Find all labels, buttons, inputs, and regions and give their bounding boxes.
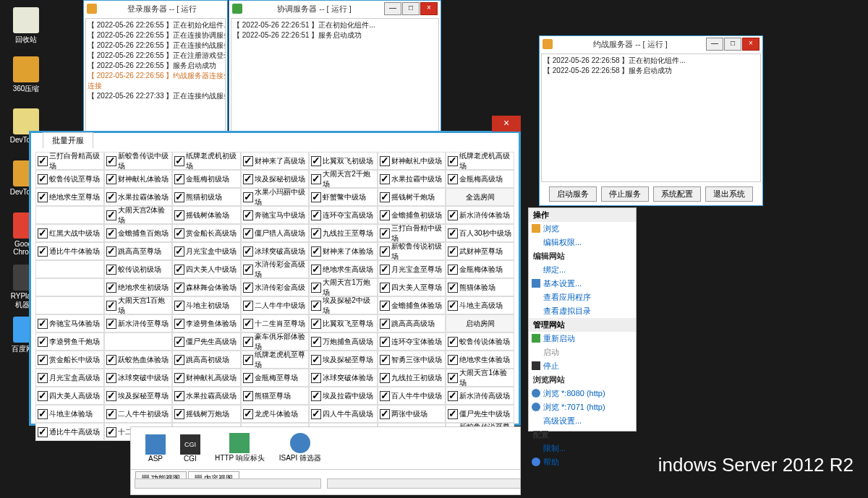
browse-7071-link[interactable]: 浏览 *:7071 (http) <box>529 400 636 414</box>
asp-feature[interactable]: ASP <box>145 434 166 463</box>
restart-link[interactable]: 重新启动 <box>529 332 636 345</box>
room-checkbox[interactable]: 水果小玛丽中级场 <box>241 188 310 206</box>
start-rooms-button[interactable]: 启动房间 <box>446 314 514 332</box>
room-checkbox[interactable]: 大闹天宫2千炮场 <box>309 170 378 188</box>
close-button[interactable]: × <box>742 38 760 51</box>
room-checkbox[interactable]: 埃及探秘初级场 <box>241 170 310 188</box>
room-checkbox[interactable]: 大闹天宫1万炮场 <box>309 278 378 296</box>
iis-actions-panel[interactable]: 操作 浏览 编辑权限... 编辑网站 绑定... 基本设置... 查看应用程序 … <box>528 207 637 432</box>
room-checkbox[interactable]: 绝地求生初级场 <box>104 278 173 296</box>
adv-settings-link[interactable]: 高级设置... <box>529 414 636 428</box>
room-checkbox[interactable]: 熊猫至尊场 <box>241 387 310 405</box>
room-checkbox[interactable]: 摇钱树千炮场 <box>378 188 446 206</box>
minimize-button[interactable]: — <box>706 38 723 51</box>
room-checkbox[interactable]: 月光宝盒高级场 <box>35 369 104 387</box>
room-checkbox[interactable]: 水浒传彩金高级场 <box>241 260 310 278</box>
room-checkbox[interactable]: 绝地求生至尊场 <box>35 188 104 206</box>
room-checkbox[interactable]: 纸牌老虎机高级场 <box>446 152 514 170</box>
close-button[interactable]: × <box>492 116 521 132</box>
room-checkbox[interactable]: 僵尸先生高级场 <box>172 332 241 351</box>
room-checkbox[interactable]: 金蟾捕鱼体验场 <box>378 296 446 314</box>
room-checkbox[interactable]: 森林舞会体验场 <box>172 278 241 296</box>
room-checkbox[interactable]: 金蟾捕鱼初级场 <box>378 206 446 224</box>
browse-link[interactable]: 浏览 <box>529 222 636 236</box>
room-checkbox[interactable]: 财神献礼高级场 <box>172 369 241 387</box>
room-checkbox[interactable]: 连环夺宝高级场 <box>309 206 378 224</box>
room-checkbox[interactable]: 二人牛牛中级场 <box>241 296 310 314</box>
room-checkbox[interactable]: 四大美人高级场 <box>35 387 104 405</box>
room-checkbox[interactable]: 熊猫初级场 <box>172 188 241 206</box>
room-checkbox[interactable]: 僵尸先生中级场 <box>446 405 514 423</box>
room-checkbox[interactable]: 蛟鲁传说至尊场 <box>35 170 104 188</box>
room-checkbox[interactable]: 新蛟鲁传说中级场 <box>104 152 173 170</box>
room-checkbox[interactable]: 水果拉霸中级场 <box>378 170 446 188</box>
room-checkbox[interactable]: 赏金船长中级场 <box>35 351 104 369</box>
room-checkbox[interactable]: 三打白骨精高级场 <box>35 152 104 170</box>
room-checkbox[interactable]: 跃蛟热血体验场 <box>104 351 173 369</box>
scrollbar[interactable] <box>135 478 321 489</box>
room-checkbox[interactable]: 智勇三张中级场 <box>378 351 446 369</box>
titlebar[interactable]: 协调服务器 -- [ 运行 ] — □ × <box>229 1 441 17</box>
room-checkbox[interactable]: 斗地主高级场 <box>446 296 514 314</box>
room-checkbox[interactable]: 新水浒传高级场 <box>446 387 514 405</box>
battle-server-window[interactable]: 约战服务器 -- [ 运行 ] — □ × 【 2022-05-26 22:26… <box>539 35 763 206</box>
room-checkbox[interactable]: 月光宝盒中级场 <box>172 242 241 260</box>
room-checkbox[interactable]: 奔驰宝马中级场 <box>241 206 310 224</box>
room-checkbox[interactable]: 财神来了高级场 <box>241 152 310 170</box>
isapi-feature[interactable]: ISAPI 筛选器 <box>279 433 321 463</box>
batch-tab[interactable]: 批量开服 <box>43 132 93 148</box>
limit-link[interactable]: 限制... <box>529 442 636 455</box>
room-checkbox[interactable]: 四大美人中级场 <box>172 260 241 278</box>
room-checkbox[interactable]: 金瓶梅体验场 <box>446 260 514 278</box>
room-checkbox[interactable]: 绝地求生体验场 <box>446 351 514 369</box>
room-checkbox[interactable]: 金瓶梅初级场 <box>172 170 241 188</box>
room-checkbox[interactable]: 纸牌老虎机初级场 <box>172 152 241 170</box>
room-checkbox[interactable]: 四大美人至尊场 <box>378 278 446 296</box>
binding-link[interactable]: 绑定... <box>529 263 636 277</box>
room-checkbox[interactable]: 大闹天宫1百炮场 <box>104 296 173 314</box>
room-checkbox[interactable]: 财神来了体验场 <box>309 242 378 260</box>
room-checkbox[interactable]: 万炮捕鱼高级场 <box>309 332 378 351</box>
room-checkbox[interactable]: 跳高高高级场 <box>378 314 446 332</box>
room-checkbox[interactable]: 财神献礼体验场 <box>104 170 173 188</box>
room-checkbox[interactable]: 大闹天宫1体验场 <box>446 369 514 387</box>
room-checkbox[interactable]: 僵尸猎人高级场 <box>241 224 310 242</box>
view-app-link[interactable]: 查看应用程序 <box>529 291 636 304</box>
batch-open-window[interactable]: × 批量开服 三打白骨精高级场新蛟鲁传说中级场纸牌老虎机初级场财神来了高级场比翼… <box>29 131 521 426</box>
room-checkbox[interactable]: 金蟾捕鱼百炮场 <box>104 224 173 242</box>
room-checkbox[interactable]: 二人牛牛初级场 <box>104 405 173 423</box>
room-checkbox[interactable]: 水果拉霸体验场 <box>104 188 173 206</box>
room-checkbox[interactable]: 大闹天宫2体验场 <box>104 206 173 224</box>
stop-button[interactable]: 停止服务 <box>601 186 649 202</box>
room-checkbox[interactable]: 蛟传说初级场 <box>104 260 173 278</box>
exit-button[interactable]: 退出系统 <box>705 186 753 202</box>
room-checkbox[interactable]: 金瓶梅高级场 <box>446 170 514 188</box>
room-checkbox[interactable]: 水浒传彩金高级 <box>241 278 310 296</box>
room-checkbox[interactable]: 绝地求生高级场 <box>309 260 378 278</box>
http-feature[interactable]: HTTP 响应标头 <box>215 433 265 463</box>
room-checkbox[interactable]: 四人牛牛高级场 <box>309 405 378 423</box>
browse-8080-link[interactable]: 浏览 *:8080 (http) <box>529 387 636 400</box>
config-button[interactable]: 系统配置 <box>653 186 701 202</box>
close-button[interactable]: × <box>420 2 438 15</box>
room-checkbox[interactable]: 摇钱树体验场 <box>172 206 241 224</box>
room-checkbox[interactable]: 李逵劈鱼体验场 <box>172 314 241 332</box>
room-checkbox[interactable]: 新蛟鲁传说初级场 <box>378 242 446 260</box>
room-checkbox[interactable]: 熊猫体验场 <box>446 278 514 296</box>
room-checkbox[interactable]: 九线拉王初级场 <box>378 369 446 387</box>
room-checkbox[interactable]: 埃及探秘至尊场 <box>309 351 378 369</box>
room-checkbox[interactable]: 水果拉霸高级场 <box>172 387 241 405</box>
maximize-button[interactable]: □ <box>724 38 741 51</box>
room-checkbox[interactable]: 九线拉王至尊场 <box>309 224 378 242</box>
room-checkbox[interactable]: 龙虎斗体验场 <box>241 405 310 423</box>
help-link[interactable]: 帮助 <box>529 455 636 469</box>
minimize-button[interactable]: — <box>384 2 401 15</box>
room-checkbox[interactable]: 比翼双飞至尊场 <box>309 314 378 332</box>
room-checkbox[interactable]: 摇钱树万炮场 <box>172 405 241 423</box>
room-checkbox[interactable]: 纸牌老虎机至尊场 <box>241 351 310 369</box>
room-checkbox[interactable]: 通比牛牛高级场 <box>35 423 104 441</box>
desktop-icon[interactable]: 360压缩 <box>9 56 43 94</box>
room-checkbox[interactable]: 月光宝盒至尊场 <box>378 260 446 278</box>
room-checkbox[interactable]: 奔驰宝马体验场 <box>35 314 104 332</box>
room-checkbox[interactable]: 连环夺宝体验场 <box>378 332 446 351</box>
